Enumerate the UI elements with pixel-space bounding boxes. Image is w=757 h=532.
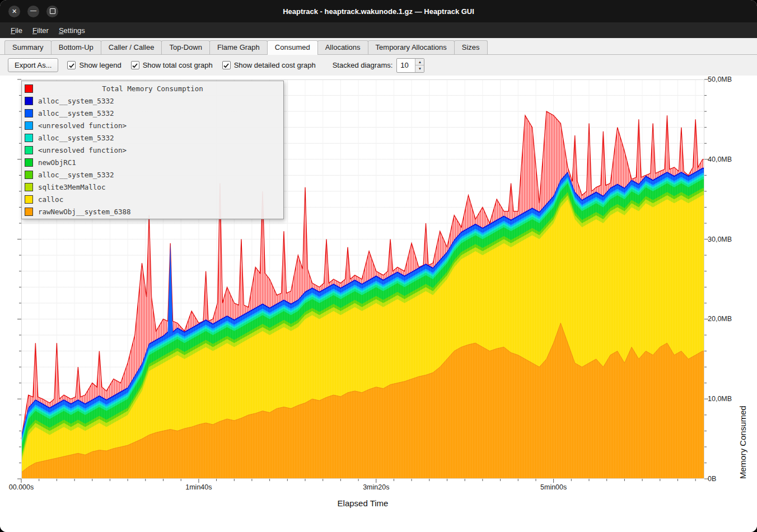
legend-label: <unresolved function> <box>38 146 127 154</box>
x-axis-tick-label: 00.000s <box>9 483 34 491</box>
close-icon: ✕ <box>12 8 17 15</box>
legend-label: newObjRC1 <box>38 158 76 167</box>
y-axis-title: Memory Consumed <box>738 79 747 479</box>
legend-swatch <box>25 121 33 130</box>
tab-temporary-allocations[interactable]: Temporary Allocations <box>368 40 455 54</box>
legend-item: sqlite3MemMalloc <box>22 181 283 193</box>
minimize-icon: — <box>30 7 36 13</box>
legend-label: calloc <box>38 195 63 204</box>
stacked-diagrams-spinner[interactable]: 10 ▲ ▼ <box>396 58 424 73</box>
checkbox-show-legend[interactable]: Show legend <box>67 61 121 69</box>
legend-item: <unresolved function> <box>22 144 283 156</box>
legend-label: sqlite3MemMalloc <box>38 183 105 191</box>
tab-summary[interactable]: Summary <box>4 40 52 54</box>
export-as-button[interactable]: Export As... <box>8 58 58 72</box>
menu-filter[interactable]: Filter <box>27 24 54 37</box>
maximize-button[interactable] <box>46 6 58 17</box>
spinner-down-button[interactable]: ▼ <box>415 65 424 72</box>
legend-label: alloc__system_5332 <box>38 134 114 142</box>
checkbox-label: Show legend <box>79 61 121 69</box>
tab-flame-graph[interactable]: Flame Graph <box>209 40 268 54</box>
legend-swatch <box>25 97 33 105</box>
legend-swatch <box>25 134 33 142</box>
close-button[interactable]: ✕ <box>8 6 20 17</box>
x-axis-tick-label: 3min20s <box>363 483 389 491</box>
legend-item: calloc <box>22 193 283 205</box>
legend-swatch <box>25 171 33 179</box>
y-axis-tick-label: 30,0MB <box>708 235 732 244</box>
x-axis-tick-label: 1min40s <box>185 483 212 491</box>
legend-label: alloc__system_5332 <box>38 109 114 117</box>
legend-swatch <box>25 146 33 154</box>
toolbar: Export As... Show legendShow total cost … <box>0 55 757 76</box>
minimize-button[interactable]: — <box>27 6 39 17</box>
legend-swatch <box>25 158 33 167</box>
checkbox-label: Show detailed cost graph <box>234 61 316 69</box>
chart-legend: Total Memory Consumptionalloc__system_53… <box>21 81 284 219</box>
y-axis-tick-label: 40,0MB <box>708 155 732 164</box>
tab-bar: SummaryBottom-UpCaller / CalleeTop-DownF… <box>0 38 757 55</box>
tab-caller-callee[interactable]: Caller / Callee <box>101 40 162 54</box>
legend-label: <unresolved function> <box>38 121 127 130</box>
menu-settings[interactable]: Settings <box>54 24 90 37</box>
y-axis-tick-label: 10,0MB <box>708 394 732 403</box>
legend-label: alloc__system_5332 <box>38 97 114 105</box>
legend-item: alloc__system_5332 <box>22 131 283 144</box>
menu-bar: FileFilterSettings <box>0 22 757 38</box>
window-title: Heaptrack - heaptrack.wakunode.1.gz — He… <box>283 7 474 16</box>
legend-label: rawNewObj__system_6388 <box>38 208 131 216</box>
legend-title-row: Total Memory Consumption <box>22 82 283 95</box>
legend-item: alloc__system_5332 <box>22 95 283 107</box>
legend-item: <unresolved function> <box>22 119 283 131</box>
checkbox-box[interactable] <box>222 61 231 69</box>
legend-item: rawNewObj__system_6388 <box>22 205 283 218</box>
maximize-icon <box>50 8 55 14</box>
legend-title: Total Memory Consumption <box>102 84 203 93</box>
toolbar-checkboxes: Show legendShow total cost graphShow det… <box>67 61 315 69</box>
stacked-diagrams-group: Stacked diagrams: 10 ▲ ▼ <box>333 58 425 73</box>
tab-top-down[interactable]: Top-Down <box>161 40 210 54</box>
legend-swatch <box>25 208 33 216</box>
x-axis-title: Elapsed Time <box>338 498 389 508</box>
legend-item: newObjRC1 <box>22 156 283 168</box>
stacked-diagrams-label: Stacked diagrams: <box>333 61 393 69</box>
checkbox-show-total-cost-graph[interactable]: Show total cost graph <box>131 61 213 69</box>
legend-item: alloc__system_5332 <box>22 168 283 181</box>
chart-region: Total Memory Consumptionalloc__system_53… <box>0 76 757 532</box>
x-axis-tick-label: 5min00s <box>540 483 567 491</box>
legend-swatch <box>25 195 33 204</box>
tab-sizes[interactable]: Sizes <box>454 40 488 54</box>
legend-total-swatch <box>25 84 33 93</box>
tab-bottom-up[interactable]: Bottom-Up <box>51 40 101 54</box>
title-bar: ✕ — Heaptrack - heaptrack.wakunode.1.gz … <box>0 0 757 22</box>
app-window: ✕ — Heaptrack - heaptrack.wakunode.1.gz … <box>0 0 757 532</box>
stacked-diagrams-value: 10 <box>397 59 415 72</box>
legend-label: alloc__system_5332 <box>38 171 114 179</box>
legend-swatch <box>25 183 33 191</box>
menu-file[interactable]: File <box>6 24 27 37</box>
checkbox-box[interactable] <box>67 61 76 69</box>
tab-consumed[interactable]: Consumed <box>267 40 318 55</box>
spinner-up-button[interactable]: ▲ <box>415 59 424 66</box>
checkbox-show-detailed-cost-graph[interactable]: Show detailed cost graph <box>222 61 316 69</box>
tab-allocations[interactable]: Allocations <box>317 40 368 54</box>
window-controls: ✕ — <box>8 0 58 22</box>
spinner-buttons: ▲ ▼ <box>415 59 424 72</box>
y-axis-tick-label: 50,0MB <box>708 75 732 84</box>
legend-item: alloc__system_5332 <box>22 107 283 119</box>
checkbox-label: Show total cost graph <box>143 61 213 69</box>
checkbox-box[interactable] <box>131 61 139 69</box>
y-axis-tick-label: 20,0MB <box>708 314 732 323</box>
y-axis-tick-label: 0B <box>708 474 716 483</box>
legend-swatch <box>25 109 33 117</box>
